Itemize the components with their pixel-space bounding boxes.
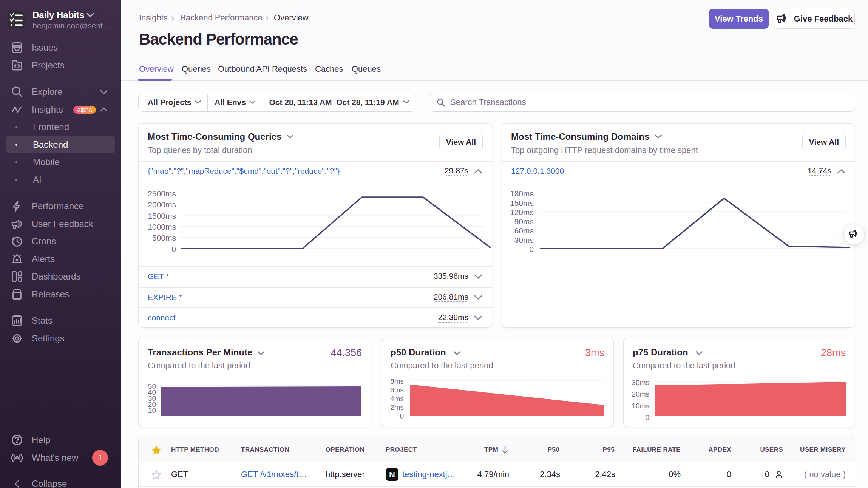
svg-text:90ms: 90ms — [514, 217, 534, 226]
svg-text:1000ms: 1000ms — [148, 222, 176, 231]
svg-text:30ms: 30ms — [632, 378, 649, 386]
svg-text:0: 0 — [645, 414, 649, 421]
svg-text:N: N — [389, 470, 395, 479]
svg-text:0: 0 — [529, 245, 534, 253]
svg-text:2ms: 2ms — [390, 403, 404, 411]
svg-text:2500ms: 2500ms — [148, 189, 176, 198]
svg-text:2000ms: 2000ms — [148, 200, 176, 209]
svg-text:1500ms: 1500ms — [148, 212, 176, 220]
svg-text:500ms: 500ms — [152, 233, 176, 242]
svg-text:0: 0 — [400, 412, 404, 420]
svg-text:180ms: 180ms — [510, 189, 534, 198]
svg-text:10ms: 10ms — [632, 402, 649, 410]
svg-text:60ms: 60ms — [514, 226, 534, 235]
svg-text:30ms: 30ms — [514, 236, 534, 244]
svg-text:8ms: 8ms — [390, 377, 404, 385]
svg-text:10: 10 — [148, 406, 156, 414]
svg-text:4ms: 4ms — [390, 395, 404, 403]
svg-text:6ms: 6ms — [390, 386, 404, 394]
svg-text:120ms: 120ms — [510, 208, 534, 216]
svg-text:20ms: 20ms — [632, 390, 649, 398]
svg-text:150ms: 150ms — [510, 199, 534, 207]
svg-text:0: 0 — [171, 245, 176, 253]
